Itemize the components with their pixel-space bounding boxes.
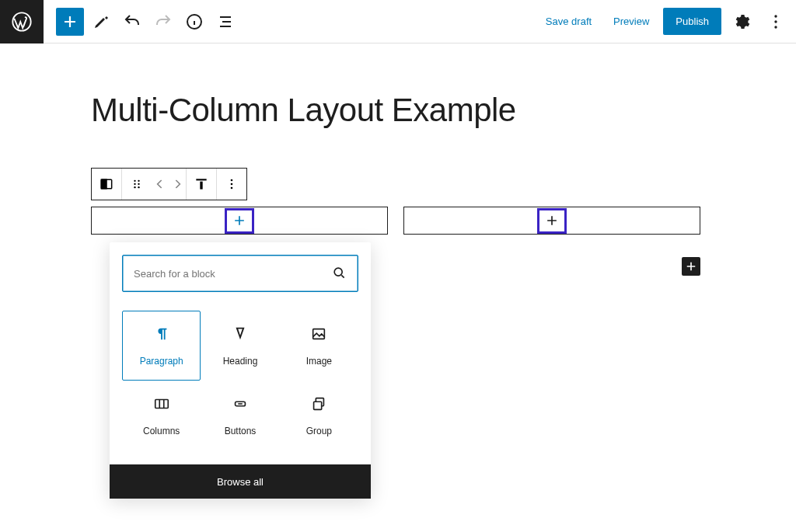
block-list: Paragraph Heading Image Columns Buttons … [110,304,371,464]
svg-point-10 [138,183,139,185]
svg-rect-6 [101,179,106,189]
svg-rect-23 [314,402,322,409]
search-icon [331,265,347,283]
svg-point-15 [231,179,233,182]
block-item-group[interactable]: Group [280,381,358,450]
block-item-paragraph[interactable]: Paragraph [122,311,201,381]
block-label: Group [306,426,332,436]
paragraph-icon [153,325,170,345]
browse-all-button[interactable]: Browse all [110,464,371,499]
svg-point-7 [134,180,135,182]
undo-button[interactable] [118,8,146,36]
settings-button[interactable] [728,8,756,36]
tools-toggle[interactable] [87,8,115,36]
block-item-buttons[interactable]: Buttons [201,381,279,450]
block-appender[interactable] [682,257,700,276]
block-label: Image [306,356,332,367]
block-inserter-toggle[interactable] [56,8,84,36]
publish-button[interactable]: Publish [663,8,721,35]
columns-icon [153,395,170,415]
block-label: Buttons [225,426,257,436]
column-2-add-block[interactable] [537,208,567,234]
drag-handle[interactable] [122,169,152,200]
buttons-icon [232,395,249,415]
document-info-button[interactable] [180,8,208,36]
svg-point-11 [134,186,135,188]
svg-point-17 [231,187,233,190]
editor-canvas: Multi-Column Layout Example [0,43,796,85]
block-inserter-popover: Paragraph Heading Image Columns Buttons … [110,242,371,499]
svg-point-8 [138,180,139,182]
block-type-button[interactable] [92,169,121,200]
columns-block [91,207,700,235]
preview-button[interactable]: Preview [606,9,657,33]
svg-rect-20 [155,399,168,408]
column-1-add-block[interactable] [225,208,254,234]
svg-point-16 [231,183,233,186]
move-right-button[interactable] [169,169,186,200]
block-more-options[interactable] [217,169,246,200]
outline-button[interactable] [211,8,239,36]
svg-rect-14 [200,182,202,190]
wordpress-logo[interactable] [0,0,44,43]
more-options-button[interactable] [762,8,790,36]
group-icon [310,395,327,415]
svg-point-9 [134,183,135,185]
svg-point-3 [774,20,777,23]
column-2[interactable] [403,207,700,235]
image-icon [310,325,327,345]
block-item-columns[interactable]: Columns [122,381,201,450]
align-button[interactable] [187,169,216,200]
svg-point-18 [334,268,342,276]
column-1[interactable] [91,207,388,235]
post-title[interactable]: Multi-Column Layout Example [91,92,516,129]
block-item-heading[interactable]: Heading [201,311,279,381]
svg-point-4 [774,26,777,28]
move-left-button[interactable] [152,169,169,200]
block-search[interactable] [122,255,358,292]
block-label: Heading [223,356,258,367]
svg-point-2 [774,15,777,17]
svg-rect-19 [313,329,325,339]
toolbar-left [44,8,239,36]
block-label: Columns [143,426,180,436]
block-item-image[interactable]: Image [280,311,358,381]
block-toolbar [91,168,247,200]
save-draft-button[interactable]: Save draft [538,9,599,33]
toolbar-right: Save draft Preview Publish [538,8,790,36]
block-search-input[interactable] [134,268,323,280]
svg-rect-13 [196,179,206,180]
svg-point-12 [138,186,139,188]
block-label: Paragraph [140,356,183,367]
redo-button[interactable] [149,8,177,36]
editor-topbar: Save draft Preview Publish [0,0,796,43]
heading-icon [232,325,249,345]
